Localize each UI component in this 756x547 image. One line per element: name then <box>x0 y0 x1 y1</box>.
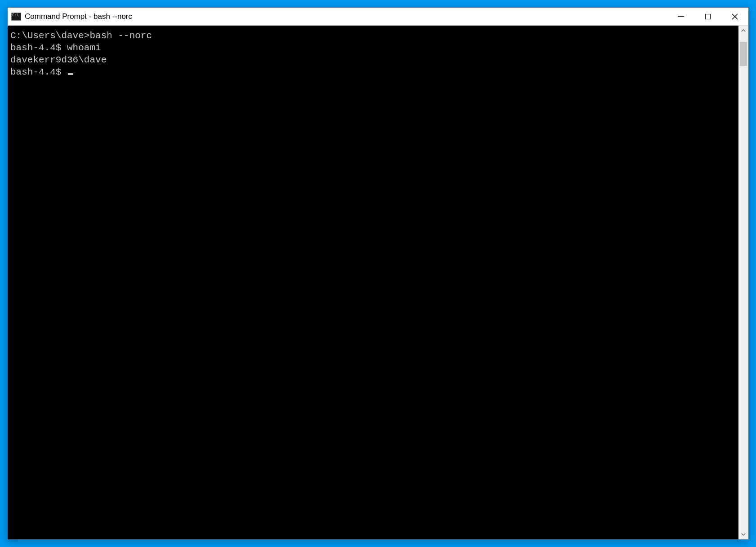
maximize-icon <box>705 14 711 19</box>
terminal-line: davekerr9d36\dave <box>10 54 736 66</box>
cmd-icon <box>11 13 21 21</box>
minimize-button[interactable] <box>667 8 694 25</box>
scroll-track[interactable] <box>738 35 748 529</box>
window-title: Command Prompt - bash --norc <box>25 12 132 21</box>
terminal-line: bash-4.4$ whoami <box>10 42 736 54</box>
app-window: Command Prompt - bash --norc C:\Users\da… <box>7 7 749 540</box>
scroll-thumb[interactable] <box>740 42 747 66</box>
titlebar[interactable]: Command Prompt - bash --norc <box>8 8 748 26</box>
chevron-up-icon <box>741 28 746 33</box>
client-area: C:\Users\dave>bash --norcbash-4.4$ whoam… <box>8 26 748 539</box>
terminal-line: C:\Users\dave>bash --norc <box>10 30 736 42</box>
close-icon <box>732 13 738 20</box>
minimize-icon <box>678 16 684 17</box>
scroll-up-button[interactable] <box>738 26 748 35</box>
scroll-down-button[interactable] <box>738 529 748 539</box>
vertical-scrollbar[interactable] <box>738 26 748 539</box>
terminal-line: bash-4.4$ <box>10 66 736 79</box>
chevron-down-icon <box>741 532 746 537</box>
terminal-output[interactable]: C:\Users\dave>bash --norcbash-4.4$ whoam… <box>8 26 738 539</box>
terminal-cursor <box>68 73 73 75</box>
close-button[interactable] <box>721 8 748 25</box>
title-left: Command Prompt - bash --norc <box>8 12 667 21</box>
maximize-button[interactable] <box>694 8 721 25</box>
window-controls <box>667 8 748 25</box>
